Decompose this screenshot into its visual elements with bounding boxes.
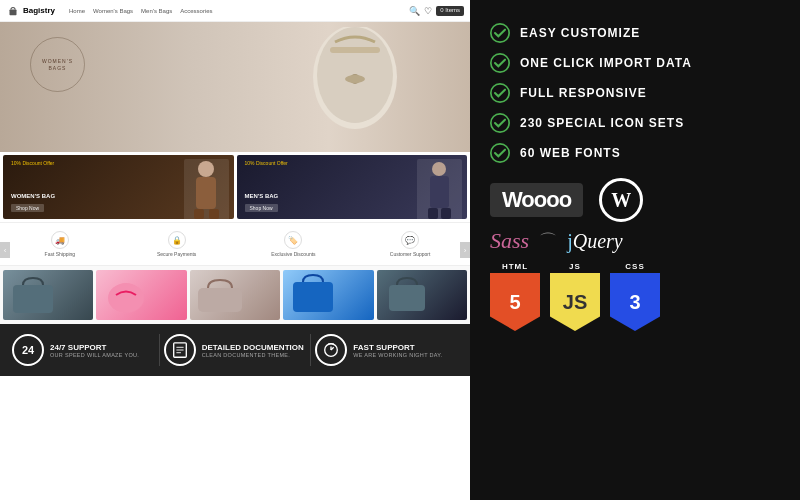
check-icon-1 xyxy=(490,23,510,43)
feature-line-3: FULL RESPONSIVE xyxy=(490,78,780,108)
nav-icons: 🔍♡ 0 Items xyxy=(409,6,464,16)
promo-btn-2[interactable]: Shop Now xyxy=(245,204,278,212)
features-panel: EASY CUSTOMIZE ONE CLICK IMPORT DATA FUL… xyxy=(470,0,800,500)
products-prev-btn[interactable]: ‹ xyxy=(0,242,10,258)
feature-line-4: 230 SPECIAL ICON SETS xyxy=(490,108,780,138)
svg-point-31 xyxy=(491,144,509,162)
js-number: JS xyxy=(563,291,587,314)
css3-number: 3 xyxy=(629,291,640,314)
promo-discount-1: 10% Discount Offer xyxy=(11,160,54,166)
svg-point-5 xyxy=(345,75,365,83)
feature-support-label: Customer Support xyxy=(390,251,431,257)
promo-figure-2 xyxy=(417,159,462,219)
feature-text-1: EASY CUSTOMIZE xyxy=(520,26,640,40)
support-icon: 💬 xyxy=(401,231,419,249)
svg-rect-14 xyxy=(13,285,53,313)
feature-shipping: 🚚 Fast Shipping xyxy=(3,228,117,260)
support-docs-title: DETAILED DOCUMENTION xyxy=(202,343,304,352)
svg-rect-7 xyxy=(196,177,216,209)
feature-payments-label: Secure Payments xyxy=(157,251,196,257)
js-shield: JS xyxy=(550,273,600,331)
promo-title-1: Women's Bag xyxy=(11,193,55,199)
svg-rect-9 xyxy=(209,209,219,219)
products-row: ‹ xyxy=(0,266,470,324)
support-247: 24 24/7 SUPPORT OUR SPEED WILL AMAZE YOU… xyxy=(8,334,159,366)
svg-rect-17 xyxy=(293,282,333,312)
support-247-icon-text: 24 xyxy=(22,344,34,356)
promo-figure-1 xyxy=(184,159,229,219)
brand-name: Bagistry xyxy=(23,6,55,15)
svg-rect-3 xyxy=(330,47,380,53)
feature-text-5: 60 WEB FONTS xyxy=(520,146,621,160)
feature-shipping-label: Fast Shipping xyxy=(45,251,76,257)
html-label: HTML xyxy=(502,262,528,271)
svg-point-10 xyxy=(432,162,446,176)
promo-discount-2: 10% Discount Offer xyxy=(245,160,288,166)
svg-point-15 xyxy=(108,283,144,313)
theme-preview: Bagistry Home Women's Bags Men's Bags Ac… xyxy=(0,0,470,500)
nav-links: Home Women's Bags Men's Bags Accessories xyxy=(69,8,213,14)
support-fast-icon xyxy=(315,334,347,366)
sass-logo: Sass xyxy=(490,228,529,254)
css3-badge: CSS 3 xyxy=(610,262,660,331)
mockup-navbar: Bagistry Home Women's Bags Men's Bags Ac… xyxy=(0,0,470,22)
svg-rect-12 xyxy=(428,208,438,219)
html5-number: 5 xyxy=(509,291,520,314)
jquery-logo: jQuery xyxy=(567,230,623,253)
theme-mockup: Bagistry Home Women's Bags Men's Bags Ac… xyxy=(0,0,470,500)
cart-count: 0 Items xyxy=(436,6,464,16)
support-247-sub: OUR SPEED WILL AMAZE YOU. xyxy=(50,352,139,358)
promo-title-2: Men's Bag xyxy=(245,193,279,199)
support-docs: DETAILED DOCUMENTION CLEAN DOCUMENTED TH… xyxy=(159,334,311,366)
svg-point-28 xyxy=(491,54,509,72)
svg-point-27 xyxy=(491,24,509,42)
product-thumb-2 xyxy=(96,270,186,320)
support-247-text: 24/7 SUPPORT OUR SPEED WILL AMAZE YOU. xyxy=(50,343,139,358)
promo-mens: 10% Discount Offer Men's Bag Shop Now xyxy=(237,155,468,219)
nav-link-home: Home xyxy=(69,8,85,14)
support-fast: FAST SUPPORT WE ARE WORKING NIGHT DAY. xyxy=(310,334,462,366)
js-badge: JS JS xyxy=(550,262,600,331)
nav-link-mens: Men's Bags xyxy=(141,8,172,14)
feature-line-1: EASY CUSTOMIZE xyxy=(490,18,780,48)
svg-rect-11 xyxy=(430,176,449,208)
css3-shield: 3 xyxy=(610,273,660,331)
feature-discounts: 🏷️ Exclusive Discounts xyxy=(237,228,351,260)
discounts-icon: 🏷️ xyxy=(284,231,302,249)
payments-icon: 🔒 xyxy=(168,231,186,249)
check-icon-2 xyxy=(490,53,510,73)
products-next-btn[interactable]: › xyxy=(460,242,470,258)
feature-text-3: FULL RESPONSIVE xyxy=(520,86,647,100)
product-thumb-3 xyxy=(190,270,280,320)
check-icon-5 xyxy=(490,143,510,163)
sass-jquery-logos: Sass ⌒ jQuery xyxy=(490,228,780,254)
hero-circle-badge: WOMEN'SBAGS xyxy=(30,37,85,92)
support-docs-text: DETAILED DOCUMENTION CLEAN DOCUMENTED TH… xyxy=(202,343,304,358)
svg-rect-0 xyxy=(10,9,17,15)
feature-payments: 🔒 Secure Payments xyxy=(120,228,234,260)
nav-link-womens: Women's Bags xyxy=(93,8,133,14)
feature-text-4: 230 SPECIAL ICON SETS xyxy=(520,116,684,130)
check-icon-4 xyxy=(490,113,510,133)
promo-row: 10% Discount Offer Women's Bag Shop Now … xyxy=(0,152,470,222)
woo-logo: Woooo xyxy=(490,183,583,217)
product-thumb-4 xyxy=(283,270,373,320)
hero-section: WOMEN'SBAGS xyxy=(0,22,470,152)
wp-logo: W xyxy=(599,178,643,222)
sass-curl: ⌒ xyxy=(539,229,557,253)
support-fast-title: FAST SUPPORT xyxy=(353,343,442,352)
svg-rect-18 xyxy=(389,285,425,311)
hero-bag-image xyxy=(300,27,410,147)
support-bar: 24 24/7 SUPPORT OUR SPEED WILL AMAZE YOU… xyxy=(0,324,470,376)
feature-text-2: ONE CLICK IMPORT DATA xyxy=(520,56,692,70)
html5-badge: HTML 5 xyxy=(490,262,540,331)
shipping-icon: 🚚 xyxy=(51,231,69,249)
svg-point-6 xyxy=(198,161,214,177)
support-247-title: 24/7 SUPPORT xyxy=(50,343,139,352)
woo-wp-logos: Woooo W xyxy=(490,178,780,222)
features-row: 🚚 Fast Shipping 🔒 Secure Payments 🏷️ Exc… xyxy=(0,222,470,266)
feature-line-5: 60 WEB FONTS xyxy=(490,138,780,168)
svg-point-30 xyxy=(491,114,509,132)
svg-point-29 xyxy=(491,84,509,102)
promo-btn-1[interactable]: Shop Now xyxy=(11,204,44,212)
